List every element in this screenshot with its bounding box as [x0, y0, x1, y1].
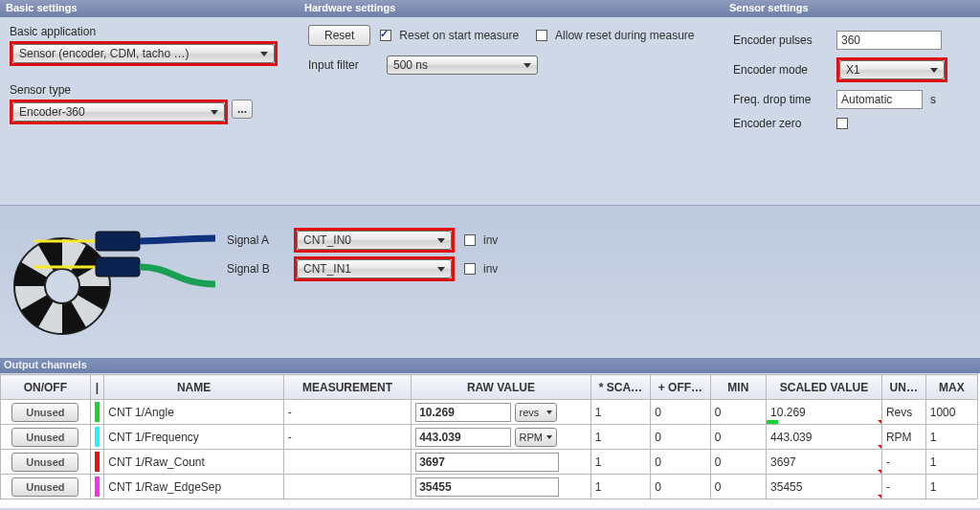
raw-unit-dropdown[interactable]: revs	[515, 403, 557, 422]
col-onoff[interactable]: ON/OFF	[1, 375, 91, 400]
col-color[interactable]: |	[90, 375, 104, 400]
unit-cell[interactable]: -	[881, 475, 925, 499]
unit-cell[interactable]: Revs	[881, 400, 925, 425]
col-unit[interactable]: UN…	[881, 375, 925, 400]
measurement-cell[interactable]	[283, 475, 411, 499]
min-cell[interactable]: 0	[710, 475, 766, 499]
signal-b-inv-checkbox[interactable]	[464, 263, 476, 275]
encoder-mode-value: X1	[846, 63, 860, 77]
allow-reset-label: Allow reset during measure	[555, 29, 694, 42]
scale-cell[interactable]: 1	[590, 400, 651, 425]
signal-a-dropdown[interactable]: CNT_IN0	[297, 231, 452, 250]
chevron-down-icon	[437, 238, 445, 243]
channel-name[interactable]: CNT 1/Raw_EdgeSep	[104, 475, 284, 499]
unit-cell[interactable]: -	[881, 450, 925, 475]
measurement-cell[interactable]: -	[283, 425, 411, 450]
input-filter-dropdown[interactable]: 500 ns	[387, 55, 538, 75]
basic-application-value: Sensor (encoder, CDM, tacho …)	[19, 47, 189, 60]
col-name[interactable]: NAME	[104, 375, 284, 400]
reset-on-start-label: Reset on start measure	[399, 29, 519, 42]
section-title-hardware: Hardware settings	[299, 0, 724, 17]
col-max[interactable]: MAX	[925, 375, 977, 400]
table-row: UnusedCNT 1/Frequency-443.039 RPM100443.…	[1, 425, 978, 450]
raw-value-cell[interactable]: 10.269 revs	[412, 400, 591, 425]
sensor-type-dropdown[interactable]: Encoder-360	[12, 102, 225, 122]
chevron-down-icon	[523, 63, 531, 68]
raw-value-cell[interactable]: 443.039 RPM	[412, 425, 591, 450]
offset-cell[interactable]: 0	[651, 450, 711, 475]
col-offset[interactable]: + OFF…	[651, 375, 711, 400]
signal-b-label: Signal B	[227, 262, 284, 276]
encoder-pulses-input[interactable]: 360	[836, 31, 942, 50]
col-scale[interactable]: * SCA…	[590, 375, 651, 400]
color-chip[interactable]	[95, 452, 100, 472]
basic-application-dropdown[interactable]: Sensor (encoder, CDM, tacho …)	[12, 44, 275, 63]
channel-name[interactable]: CNT 1/Frequency	[104, 425, 284, 450]
max-cell[interactable]: 1	[925, 450, 977, 475]
scaled-value-cell: 10.269	[767, 400, 882, 425]
min-cell[interactable]: 0	[710, 425, 766, 450]
min-cell[interactable]: 0	[710, 400, 766, 425]
input-filter-value: 500 ns	[393, 58, 428, 72]
offset-cell[interactable]: 0	[651, 400, 711, 425]
encoder-graphic-icon	[10, 214, 220, 358]
encoder-zero-label: Encoder zero	[733, 117, 829, 130]
max-cell[interactable]: 1000	[925, 400, 977, 425]
scale-cell[interactable]: 1	[590, 425, 651, 450]
allow-reset-checkbox[interactable]	[536, 30, 547, 41]
scale-cell[interactable]: 1	[590, 475, 651, 499]
color-chip[interactable]	[95, 477, 100, 497]
svg-rect-4	[96, 232, 140, 251]
encoder-zero-checkbox[interactable]	[836, 118, 848, 129]
raw-unit-dropdown[interactable]: RPM	[515, 428, 557, 447]
unit-cell[interactable]: RPM	[881, 425, 925, 450]
raw-value-cell[interactable]: 35455	[412, 475, 591, 499]
col-meas[interactable]: MEASUREMENT	[283, 375, 411, 400]
color-chip[interactable]	[95, 427, 100, 447]
onoff-button[interactable]: Unused	[11, 428, 78, 447]
svg-point-1	[45, 269, 79, 303]
onoff-button[interactable]: Unused	[11, 477, 78, 497]
measurement-cell[interactable]: -	[283, 400, 411, 425]
sensor-type-label: Sensor type	[10, 83, 289, 97]
channel-name[interactable]: CNT 1/Raw_Count	[104, 450, 284, 475]
min-cell[interactable]: 0	[710, 450, 766, 475]
input-filter-label: Input filter	[308, 58, 377, 72]
sensor-type-more-button[interactable]: ...	[232, 100, 253, 119]
reset-on-start-checkbox[interactable]	[380, 30, 391, 41]
signal-b-value: CNT_IN1	[303, 262, 351, 276]
onoff-button[interactable]: Unused	[11, 403, 78, 422]
signal-b-inv-label: inv	[483, 262, 498, 276]
raw-value-cell[interactable]: 3697	[412, 450, 591, 475]
onoff-button[interactable]: Unused	[11, 453, 78, 472]
section-title-sensor: Sensor settings	[724, 0, 980, 17]
offset-cell[interactable]: 0	[651, 425, 711, 450]
scaled-value-cell: 3697	[767, 450, 882, 475]
offset-cell[interactable]: 0	[651, 475, 711, 499]
col-raw[interactable]: RAW VALUE	[412, 375, 591, 400]
signal-a-value: CNT_IN0	[303, 233, 351, 247]
encoder-pulses-label: Encoder pulses	[733, 33, 829, 47]
color-chip[interactable]	[95, 402, 100, 422]
col-scaled[interactable]: SCALED VALUE	[767, 375, 882, 400]
scale-cell[interactable]: 1	[590, 450, 651, 475]
output-channels-table: ON/OFF | NAME MEASUREMENT RAW VALUE * SC…	[0, 374, 978, 499]
chevron-down-icon	[930, 68, 938, 73]
scaled-value-cell: 443.039	[767, 425, 882, 450]
measurement-cell[interactable]	[283, 450, 411, 475]
freq-drop-input[interactable]: Automatic	[836, 90, 923, 109]
freq-drop-label: Freq. drop time	[733, 93, 829, 106]
channel-name[interactable]: CNT 1/Angle	[104, 400, 284, 425]
signal-b-dropdown[interactable]: CNT_IN1	[297, 259, 452, 278]
chevron-down-icon	[437, 267, 445, 272]
col-min[interactable]: MIN	[710, 375, 766, 400]
freq-drop-unit: s	[930, 93, 936, 106]
reset-button[interactable]: Reset	[308, 25, 370, 46]
max-cell[interactable]: 1	[925, 425, 977, 450]
max-cell[interactable]: 1	[925, 475, 977, 499]
encoder-mode-dropdown[interactable]: X1	[839, 60, 945, 79]
encoder-mode-label: Encoder mode	[733, 63, 829, 77]
table-row: UnusedCNT 1/Raw_EdgeSep3545510035455-1	[1, 475, 978, 499]
signal-a-inv-checkbox[interactable]	[464, 234, 476, 246]
section-title-output: Output channels	[0, 358, 980, 373]
